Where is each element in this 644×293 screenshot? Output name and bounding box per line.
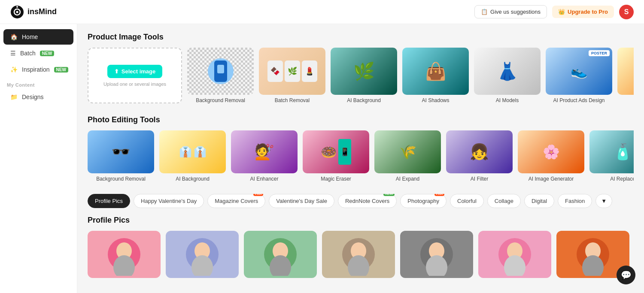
sidebar: 🏠 Home ☰ Batch NEW ✨ Inspiration NEW My … bbox=[0, 24, 77, 293]
tab-valentine[interactable]: Happy Valentine's Day bbox=[134, 194, 204, 208]
tab-colorful[interactable]: Colorful bbox=[450, 194, 484, 208]
svg-point-2 bbox=[16, 11, 18, 13]
tab-photography[interactable]: Hot Photography bbox=[400, 194, 447, 208]
sidebar-home-label: Home bbox=[22, 33, 38, 40]
photo-tool-ai-replace[interactable]: 🧴 AI Replace bbox=[589, 130, 634, 182]
suggest-button[interactable]: 📋 Give us suggestions bbox=[474, 5, 547, 18]
tab-valentine-label: Happy Valentine's Day bbox=[141, 198, 197, 204]
photo-label-magic-eraser: Magic Eraser bbox=[303, 176, 369, 182]
batch-icon: ☰ bbox=[10, 50, 16, 57]
tool-card-ai-product-ads[interactable]: 👟 POSTER AI Product Ads Design bbox=[546, 48, 612, 103]
tab-digital[interactable]: Digital bbox=[524, 194, 554, 208]
profile-card-5[interactable] bbox=[400, 231, 473, 278]
tab-fashion[interactable]: Fashion bbox=[558, 194, 592, 208]
photo-img-ai-replace: 🧴 bbox=[589, 130, 634, 173]
tab-rednote[interactable]: New RednNote Covers bbox=[338, 194, 397, 208]
upload-sub-label: Upload one or several images bbox=[103, 82, 166, 87]
tab-collage[interactable]: Collage bbox=[487, 194, 521, 208]
tab-colorful-label: Colorful bbox=[457, 198, 477, 204]
tool-card-batch-removal[interactable]: 🍫 🌿 💄 Batch Removal bbox=[259, 48, 325, 103]
tool-card-mark-sizer[interactable]: 📏 Mark Sizer bbox=[617, 48, 634, 103]
tool-img-mark-sizer: 📏 bbox=[617, 48, 634, 95]
tool-label-ai-models: AI Models bbox=[474, 97, 541, 103]
suggest-icon: 📋 bbox=[481, 9, 488, 15]
tool-label-ai-product-ads: AI Product Ads Design bbox=[546, 97, 612, 103]
tab-rednote-label: RednNote Covers bbox=[345, 198, 389, 204]
photo-label-ai-expand: AI Expand bbox=[374, 176, 441, 182]
suggest-label: Give us suggestions bbox=[490, 9, 541, 15]
profile-pics-title: Profile Pics bbox=[88, 216, 634, 225]
profile-card-3[interactable] bbox=[244, 231, 317, 278]
tab-magazine-label: Magazine Covers bbox=[215, 198, 258, 204]
photo-img-magic-eraser: 🍩 📱 bbox=[303, 130, 369, 173]
profile-grid bbox=[88, 231, 634, 278]
logo-text: insMind bbox=[27, 7, 57, 16]
tool-label-batch-removal: Batch Removal bbox=[259, 97, 325, 103]
profile-circle-1 bbox=[88, 231, 161, 278]
rednote-new-badge: New bbox=[383, 194, 395, 196]
photo-img-ai-image-gen: 🌸 bbox=[518, 130, 584, 173]
profile-card-6[interactable] bbox=[478, 231, 551, 278]
logo-icon bbox=[10, 5, 24, 19]
avatar[interactable]: S bbox=[619, 5, 634, 19]
upload-icon: ⬆ bbox=[114, 68, 119, 75]
tool-card-ai-bg[interactable]: 🌿 AI Background bbox=[331, 48, 397, 103]
tool-img-bg-removal bbox=[187, 48, 254, 95]
photo-tool-ai-filter[interactable]: 👧 AI Filter bbox=[446, 130, 513, 182]
photo-tools-row: 🕶️ Background Removal 👔👔 AI Background 💇… bbox=[88, 130, 634, 185]
profile-card-1[interactable] bbox=[88, 231, 161, 278]
chat-fab[interactable]: 💬 bbox=[617, 266, 635, 284]
photo-tool-bg-removal[interactable]: 🕶️ Background Removal bbox=[88, 130, 154, 182]
tab-profile-pics-label: Profile Pics bbox=[95, 198, 123, 204]
photo-tools-title: Photo Editing Tools bbox=[88, 115, 634, 124]
photo-label-ai-filter: AI Filter bbox=[446, 176, 513, 182]
sidebar-item-batch[interactable]: ☰ Batch NEW bbox=[3, 45, 73, 61]
profile-card-4[interactable] bbox=[322, 231, 395, 278]
select-image-button[interactable]: ⬆ Select image bbox=[107, 65, 163, 78]
main-content: Product Image Tools ⬆ Select image Uploa… bbox=[77, 24, 644, 293]
photo-img-ai-expand: 🌾 bbox=[374, 130, 441, 173]
sidebar-item-designs[interactable]: 📁 Designs bbox=[3, 90, 73, 104]
profile-circle-2 bbox=[166, 231, 239, 278]
profile-card-2[interactable] bbox=[166, 231, 239, 278]
inspiration-badge: NEW bbox=[54, 67, 68, 72]
tab-more-button[interactable]: ▼ bbox=[595, 194, 612, 208]
tab-profile-pics[interactable]: Profile Pics bbox=[88, 194, 130, 208]
photo-img-ai-bg: 👔👔 bbox=[159, 130, 226, 173]
tab-magazine[interactable]: Hot Magazine Covers bbox=[207, 194, 265, 208]
photo-img-bg-removal: 🕶️ bbox=[88, 130, 154, 173]
tool-label-bg-removal: Background Removal bbox=[187, 97, 254, 103]
batch-badge: NEW bbox=[40, 51, 54, 56]
sidebar-item-inspiration[interactable]: ✨ Inspiration NEW bbox=[3, 62, 73, 77]
tool-img-ai-bg: 🌿 bbox=[331, 48, 397, 95]
profile-circle-5 bbox=[400, 231, 473, 278]
svg-rect-6 bbox=[217, 65, 224, 73]
photo-tool-magic-eraser[interactable]: 🍩 📱 Magic Eraser bbox=[303, 130, 369, 182]
photo-tool-ai-bg[interactable]: 👔👔 AI Background bbox=[159, 130, 226, 182]
photo-tool-ai-expand[interactable]: 🌾 AI Expand bbox=[374, 130, 441, 182]
photo-tool-ai-image-gen[interactable]: 🌸 AI Image Generator bbox=[518, 130, 584, 182]
tool-card-bg-removal[interactable]: Background Removal bbox=[187, 48, 254, 103]
tab-valentine-sale[interactable]: Valentine's Day Sale bbox=[269, 194, 334, 208]
sidebar-inspiration-label: Inspiration bbox=[22, 66, 50, 73]
header: insMind 📋 Give us suggestions 👑 Upgrade … bbox=[0, 0, 644, 24]
upload-btn-label: Select image bbox=[122, 68, 156, 75]
tool-card-ai-shadows[interactable]: 👜 AI Shadows bbox=[402, 48, 469, 103]
tab-fashion-label: Fashion bbox=[565, 198, 585, 204]
logo[interactable]: insMind bbox=[10, 5, 57, 19]
photo-tool-ai-enhancer[interactable]: 💇 AI Enhancer bbox=[231, 130, 298, 182]
home-icon: 🏠 bbox=[10, 33, 18, 40]
upload-card[interactable]: ⬆ Select image Upload one or several ima… bbox=[88, 48, 182, 103]
header-right: 📋 Give us suggestions 👑 Upgrade to Pro S bbox=[474, 5, 634, 19]
profile-circle-6 bbox=[478, 231, 551, 278]
photo-label-ai-bg: AI Background bbox=[159, 176, 226, 182]
photography-hot-badge: Hot bbox=[434, 194, 444, 196]
sidebar-item-home[interactable]: 🏠 Home bbox=[3, 29, 73, 45]
upgrade-button[interactable]: 👑 Upgrade to Pro bbox=[552, 6, 614, 18]
crown-icon: 👑 bbox=[558, 9, 565, 15]
photo-img-ai-enhancer: 💇 bbox=[231, 130, 298, 173]
photo-label-ai-replace: AI Replace bbox=[589, 176, 634, 182]
svg-point-3 bbox=[16, 6, 18, 8]
tool-card-ai-models[interactable]: 👗 AI Models bbox=[474, 48, 541, 103]
sidebar-batch-label: Batch bbox=[20, 50, 36, 57]
